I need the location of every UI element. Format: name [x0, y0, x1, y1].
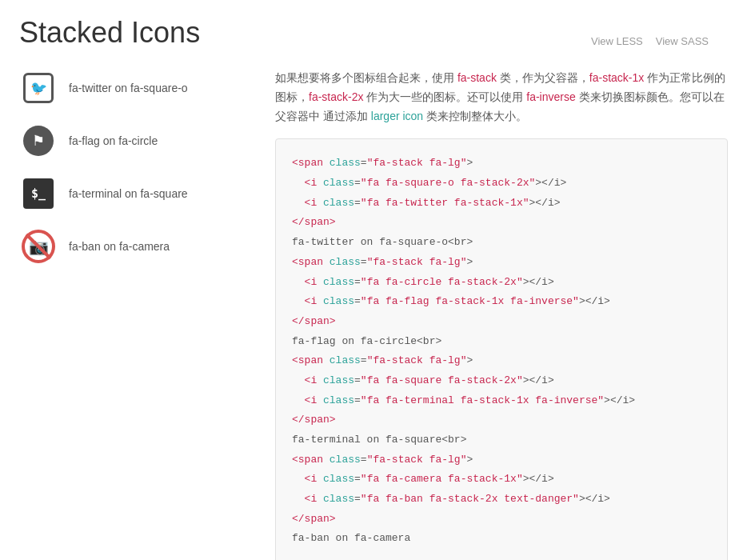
icon-item-ban: 📷 fa-ban on fa-camera — [19, 227, 243, 266]
view-sass-link[interactable]: View SASS — [656, 35, 709, 47]
terminal-icon-label: fa-terminal on fa-square — [69, 187, 188, 200]
desc-highlight-3: fa-stack-2x — [309, 90, 363, 103]
desc-highlight-4: fa-inverse — [526, 90, 575, 103]
twitter-stack-icon: 🐦 — [19, 69, 58, 107]
top-links: View LESS View SASS — [591, 35, 709, 47]
flag-icon-label: fa-flag on fa-circle — [69, 134, 158, 147]
icon-item-flag: ⚑ fa-flag on fa-circle — [19, 122, 243, 160]
code-block: <span class="fa-stack fa-lg"> <i class="… — [275, 138, 728, 560]
desc-highlight-5: larger icon — [371, 110, 423, 122]
description-text: 如果想要将多个图标组合起来，使用 fa-stack 类，作为父容器，fa-sta… — [275, 69, 728, 126]
flag-stack-icon: ⚑ — [19, 122, 58, 160]
icon-item-terminal: $_ fa-terminal on fa-square — [19, 174, 243, 213]
ban-icon-label: fa-ban on fa-camera — [69, 240, 170, 253]
terminal-stack-icon: $_ — [19, 174, 58, 213]
svg-line-1 — [26, 234, 50, 258]
ban-stack-icon: 📷 — [19, 227, 58, 266]
desc-highlight-1: fa-stack — [457, 71, 497, 84]
view-less-link[interactable]: View LESS — [591, 35, 643, 47]
right-column: 如果想要将多个图标组合起来，使用 fa-stack 类，作为父容器，fa-sta… — [275, 69, 728, 560]
desc-highlight-2: fa-stack-1x — [589, 71, 644, 84]
twitter-icon-label: fa-twitter on fa-square-o — [69, 82, 188, 94]
icons-column: 🐦 fa-twitter on fa-square-o ⚑ fa-flag on… — [19, 69, 243, 560]
icon-item-twitter: 🐦 fa-twitter on fa-square-o — [19, 69, 243, 107]
